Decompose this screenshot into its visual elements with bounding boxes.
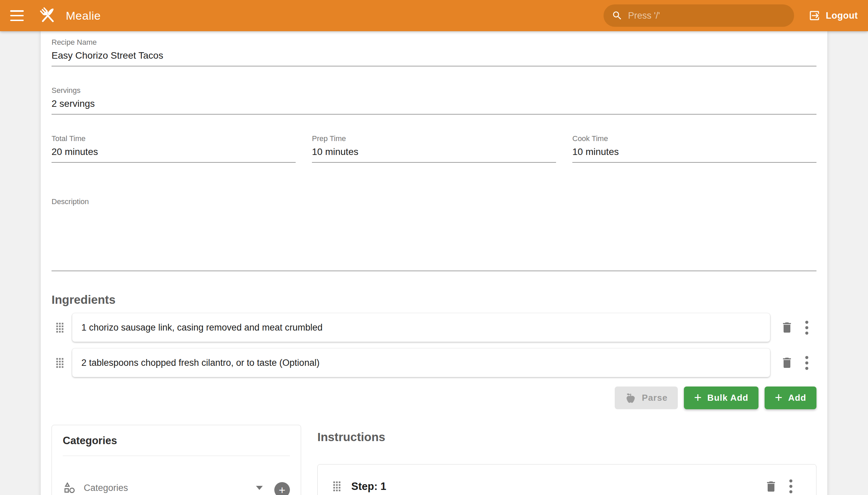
shapes-icon: [63, 481, 76, 495]
delete-ingredient-button[interactable]: [780, 356, 794, 370]
description-textarea[interactable]: [52, 206, 816, 271]
logout-icon: [808, 10, 820, 22]
servings-value[interactable]: 2 servings: [52, 95, 816, 115]
categories-title: Categories: [63, 434, 290, 447]
total-time-value[interactable]: 20 minutes: [52, 143, 296, 163]
ingredient-row: 1 chorizo sausage link, casing removed a…: [52, 313, 816, 342]
ingredients-heading: Ingredients: [52, 293, 816, 307]
recipe-name-label: Recipe Name: [52, 38, 816, 47]
ingredient-actions: Parse + Bulk Add + Add: [52, 387, 816, 409]
prep-time-value[interactable]: 10 minutes: [312, 143, 556, 163]
delete-step-button[interactable]: [764, 480, 778, 493]
search-icon: [612, 10, 623, 22]
step-card: Step: 1 Combine crumbled chorizo and chi…: [317, 464, 816, 495]
drag-handle-icon[interactable]: [56, 323, 63, 332]
trash-icon: [780, 321, 794, 334]
categories-select[interactable]: Categories: [63, 481, 266, 495]
recipe-editor-card: Recipe Name Easy Chorizo Street Tacos Se…: [41, 31, 827, 495]
drag-handle-icon[interactable]: [333, 481, 340, 491]
trash-icon: [764, 480, 778, 493]
search-bar[interactable]: [603, 4, 794, 27]
categories-card: Categories Categories +: [52, 425, 301, 495]
drag-handle-icon[interactable]: [56, 358, 63, 368]
ingredient-input[interactable]: 1 chorizo sausage link, casing removed a…: [72, 313, 770, 342]
bulk-add-label: Bulk Add: [707, 393, 748, 403]
ingredient-menu-button[interactable]: [805, 321, 808, 335]
app-header: Mealie Logout: [0, 0, 868, 31]
ingredient-input[interactable]: 2 tablespoons chopped fresh cilantro, or…: [72, 348, 770, 377]
add-category-button[interactable]: +: [274, 482, 290, 495]
divider: [63, 456, 290, 456]
ingredient-row: 2 tablespoons chopped fresh cilantro, or…: [52, 348, 816, 377]
prep-time-label: Prep Time: [312, 134, 556, 143]
total-time-label: Total Time: [52, 134, 296, 143]
plus-icon: +: [279, 483, 286, 495]
add-ingredient-button[interactable]: + Add: [765, 387, 816, 409]
trash-icon: [780, 356, 794, 370]
logout-label: Logout: [826, 11, 858, 21]
servings-field[interactable]: Servings 2 servings: [52, 86, 816, 115]
chevron-down-icon: [256, 486, 263, 490]
categories-select-row: Categories +: [63, 481, 290, 495]
bulk-add-button[interactable]: + Bulk Add: [684, 387, 759, 409]
times-row: Total Time 20 minutes Prep Time 10 minut…: [52, 134, 816, 163]
instructions-heading: Instructions: [317, 430, 816, 444]
bottom-section: Categories Categories + Instructio: [52, 425, 816, 495]
mealie-logo-icon: [37, 5, 58, 26]
description-label: Description: [52, 197, 816, 206]
servings-label: Servings: [52, 86, 816, 95]
ingredient-menu-button[interactable]: [805, 356, 808, 370]
instructions-section: Instructions Step: 1 Combine crumbled ch…: [317, 425, 816, 495]
recipe-name-field[interactable]: Recipe Name Easy Chorizo Street Tacos: [52, 38, 816, 66]
recipe-name-value[interactable]: Easy Chorizo Street Tacos: [52, 47, 816, 66]
step-header: Step: 1: [333, 479, 801, 493]
search-input[interactable]: [628, 11, 786, 21]
step-title: Step: 1: [351, 480, 386, 493]
cook-time-label: Cook Time: [572, 134, 816, 143]
step-menu-button[interactable]: [789, 479, 793, 493]
total-time-field[interactable]: Total Time 20 minutes: [52, 134, 296, 163]
description-field[interactable]: Description: [52, 197, 816, 271]
parse-label: Parse: [642, 393, 668, 403]
prep-time-field[interactable]: Prep Time 10 minutes: [312, 134, 556, 163]
categories-select-label: Categories: [84, 483, 128, 493]
delete-ingredient-button[interactable]: [780, 321, 794, 334]
cook-time-field[interactable]: Cook Time 10 minutes: [572, 134, 816, 163]
menu-icon[interactable]: [10, 10, 24, 21]
parse-button[interactable]: Parse: [615, 387, 678, 409]
add-label: Add: [788, 393, 806, 403]
app-title: Mealie: [66, 9, 101, 22]
logout-button[interactable]: Logout: [808, 10, 858, 22]
apple-icon: [625, 392, 636, 404]
cook-time-value[interactable]: 10 minutes: [572, 143, 816, 163]
